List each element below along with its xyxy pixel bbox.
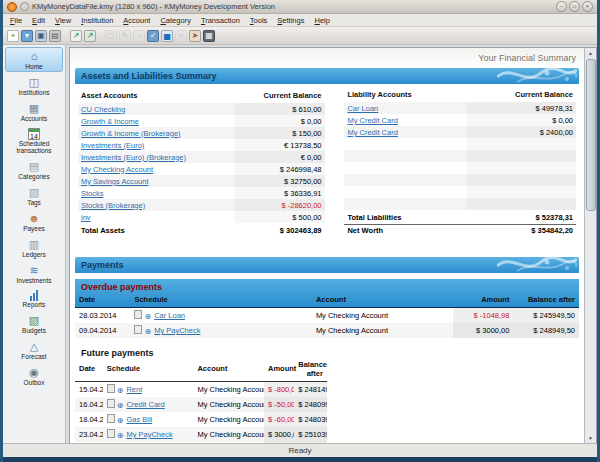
- decorative-swirl: [497, 257, 577, 273]
- sidebar-item-label: Ledgers: [22, 251, 46, 258]
- menu-transaction[interactable]: Transaction: [196, 16, 245, 25]
- account-link[interactable]: My Credit Card: [347, 116, 397, 125]
- enter-schedule-icon[interactable]: ⊕: [117, 387, 124, 394]
- enter-schedule-icon[interactable]: ⊕: [117, 402, 124, 409]
- payments-header-row: DateScheduleAccountAmountBalance after: [75, 293, 579, 307]
- account-link[interactable]: My Credit Card: [347, 128, 397, 137]
- vertical-scrollbar[interactable]: ▲ ▼: [584, 48, 596, 443]
- sidebar-item-budgets[interactable]: ▧Budgets: [5, 311, 63, 336]
- scrollbar-thumb[interactable]: [586, 59, 596, 211]
- menu-settings[interactable]: Settings: [272, 16, 309, 25]
- account-link[interactable]: Stocks (Brokerage): [81, 201, 145, 210]
- schedule-link[interactable]: Credit Card: [126, 400, 164, 409]
- open-file-icon[interactable]: ▾: [21, 30, 33, 42]
- schedule-link[interactable]: My PayCheck: [154, 326, 200, 335]
- edit-schedule-icon[interactable]: [107, 414, 115, 423]
- new-file-icon[interactable]: +: [7, 30, 19, 42]
- table-row: inv$ 500,00: [78, 211, 325, 223]
- goto-payee-icon[interactable]: ➤: [189, 30, 201, 42]
- account-cell: My Checking Account: [193, 412, 264, 427]
- save-icon[interactable]: ▣: [35, 30, 47, 42]
- account-balance-cell: [466, 198, 576, 210]
- schedule-link[interactable]: Car Loan: [154, 311, 185, 320]
- account-link[interactable]: inv: [81, 213, 91, 222]
- menu-edit[interactable]: Edit: [27, 16, 50, 25]
- schedule-link[interactable]: Gas Bill: [126, 415, 152, 424]
- amount-cell: $ -800,00: [264, 381, 294, 397]
- schedule-link[interactable]: My PayCheck: [126, 430, 172, 439]
- reconcile-icon[interactable]: ✓: [147, 30, 159, 42]
- amount-cell: $ -60,00: [264, 412, 294, 427]
- menu-accelerator: I: [81, 16, 83, 25]
- sidebar-item-forecast[interactable]: △Forecast: [5, 337, 63, 362]
- new-schedule-icon[interactable]: ↗: [70, 30, 82, 42]
- account-link[interactable]: Investments (Euro) (Brokerage): [81, 153, 186, 162]
- enter-schedule-icon[interactable]: ⊕: [144, 328, 151, 335]
- edit-schedule-icon[interactable]: [107, 429, 115, 438]
- menu-category[interactable]: Category: [155, 16, 195, 25]
- close-button[interactable]: ×: [582, 1, 593, 12]
- sidebar-item-outbox[interactable]: ◉Outbox: [5, 363, 63, 388]
- account-link[interactable]: CU Checking: [81, 105, 125, 114]
- account-cell: My Checking Account: [193, 397, 264, 412]
- sidebar-item-scheduled-transactions[interactable]: 14Scheduled transactions: [5, 125, 63, 156]
- sidebar-item-accounts[interactable]: ▦Accounts: [5, 99, 63, 124]
- page-title: Your Financial Summary: [70, 48, 584, 68]
- sidebar-item-payees[interactable]: ☻Payees: [5, 209, 63, 234]
- assets-section-title: Assets and Liabilities Summary: [81, 71, 217, 81]
- menu-accelerator: T: [250, 16, 254, 25]
- sidebar-item-reports[interactable]: Reports: [5, 287, 63, 310]
- edit-schedule-icon[interactable]: [107, 384, 115, 393]
- menu-help[interactable]: Help: [309, 16, 334, 25]
- account-link[interactable]: My Checking Account: [81, 165, 153, 174]
- schedule-link[interactable]: Rent: [126, 385, 142, 394]
- account-balance-cell: $ 0,00: [466, 114, 576, 126]
- edit-schedule-icon[interactable]: [134, 310, 142, 319]
- menu-view[interactable]: View: [50, 16, 76, 25]
- menu-bar: FileEditViewInstitutionAccountCategoryTr…: [3, 14, 597, 27]
- update-prices-icon[interactable]: ≈: [175, 30, 187, 42]
- account-link[interactable]: Stocks: [81, 189, 104, 198]
- sidebar-item-tags[interactable]: ▧Tags: [5, 183, 63, 208]
- account-balance-cell: $ 2400,00: [466, 126, 576, 138]
- chart-icon[interactable]: ▅: [161, 30, 173, 42]
- sidebar-item-categories[interactable]: ▤Categories: [5, 157, 63, 182]
- maximize-button[interactable]: □: [569, 1, 580, 12]
- enter-schedule-icon[interactable]: ⊕: [117, 432, 124, 439]
- account-cell: My Checking Account: [193, 381, 264, 397]
- account-link[interactable]: My Savings Account: [81, 177, 149, 186]
- minimize-button[interactable]: −: [556, 1, 567, 12]
- account-link[interactable]: Growth & Income (Brokerage): [81, 129, 181, 138]
- scroll-down-arrow-icon[interactable]: ▼: [588, 433, 593, 443]
- total-label: Total Liabilities: [344, 210, 465, 224]
- sidebar-item-label: Outbox: [24, 379, 45, 386]
- enter-schedule-icon[interactable]: ⊕: [117, 417, 124, 424]
- account-balance-cell: [466, 138, 576, 150]
- new-transaction-icon[interactable]: ▢: [105, 30, 117, 42]
- edit-schedule-icon[interactable]: [134, 325, 142, 334]
- account-name-cell: Investments (Euro) (Brokerage): [78, 151, 234, 163]
- account-link[interactable]: Investments (Euro): [81, 141, 144, 150]
- edit-schedule-icon[interactable]: [107, 399, 115, 408]
- enter-transaction-icon[interactable]: →: [133, 30, 145, 42]
- sidebar-item-home[interactable]: ⌂Home: [5, 47, 63, 72]
- menu-tools[interactable]: Tools: [245, 16, 273, 25]
- account-link[interactable]: Car Loan: [347, 104, 378, 113]
- open-ledger-icon[interactable]: ↗: [84, 30, 96, 42]
- table-header-row: Asset AccountsCurrent Balance: [78, 88, 325, 103]
- enter-schedule-icon[interactable]: ⊕: [144, 313, 151, 320]
- home-icon: ⌂: [31, 50, 38, 63]
- account-name-cell: [344, 198, 465, 210]
- account-link[interactable]: Growth & Income: [81, 117, 139, 126]
- edit-transaction-icon[interactable]: ✎: [119, 30, 131, 42]
- sidebar-item-investments[interactable]: ≋Investments: [5, 261, 63, 286]
- print-icon[interactable]: ▤: [49, 30, 61, 42]
- scroll-up-arrow-icon[interactable]: ▲: [588, 48, 593, 58]
- window-menu-icon[interactable]: [20, 2, 29, 11]
- menu-institution[interactable]: Institution: [76, 16, 118, 25]
- menu-file[interactable]: File: [5, 16, 27, 25]
- ledger-grid-icon[interactable]: ▦: [203, 30, 215, 42]
- menu-account[interactable]: Account: [118, 16, 155, 25]
- sidebar-item-ledgers[interactable]: ▥Ledgers: [5, 235, 63, 260]
- sidebar-item-institutions[interactable]: ◫Institutions: [5, 73, 63, 98]
